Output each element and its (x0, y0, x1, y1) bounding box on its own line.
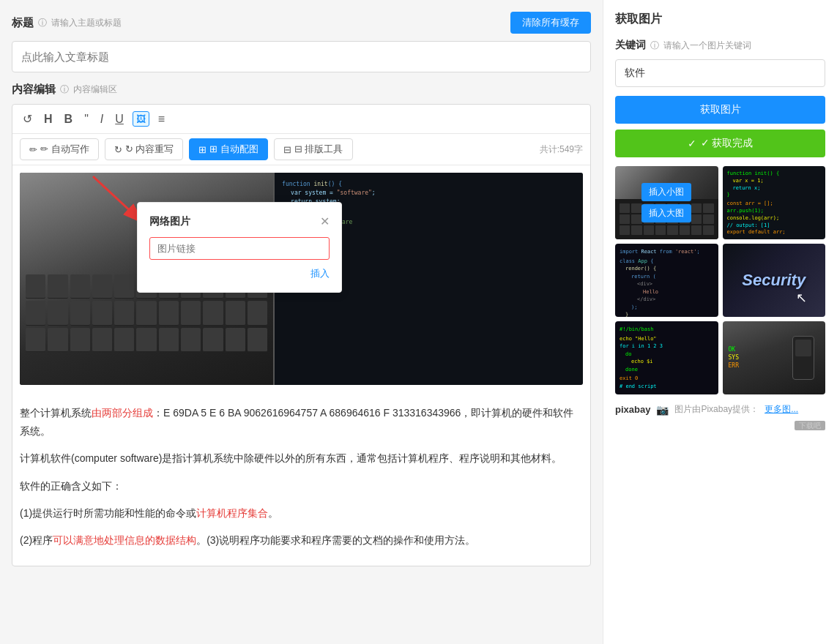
action-row: ✏ ✏ 自动写作 ↻ ↻ 内容重写 ⊞ ⊞ 自动配图 ⊟ ⊟ 排版工具 共计:5… (12, 134, 590, 165)
insert-small-btn-1[interactable]: 插入小图 (641, 183, 691, 201)
content-hint-text: 内容编辑区 (73, 83, 117, 96)
content-hint-icon: ⓘ (60, 83, 69, 96)
source-text: 图片由Pixabay提供： (674, 403, 759, 416)
popup-close-button[interactable]: ✕ (320, 214, 330, 228)
editor-area[interactable]: function init() { var system = "software… (12, 165, 590, 392)
right-panel: 获取图片 关键词 ⓘ 请输入一个图片关键词 获取图片 ✓ ✓ 获取完成 (603, 0, 837, 644)
pixabay-footer: pixabay 📷 图片由Pixabay提供： 更多图... (615, 403, 825, 416)
right-panel-title: 获取图片 (615, 12, 825, 27)
paragraph-2: 计算机软件(computer software)是指计算机系统中除硬件以外的所有… (20, 449, 583, 468)
word-count: 共计:549字 (540, 143, 583, 156)
image-cell-1[interactable]: 插入小图 插入大图 (615, 166, 718, 239)
image-1-overlay: 插入小图 插入大图 (641, 183, 691, 222)
image-cell-6[interactable]: OK SYS ERR (723, 321, 826, 394)
left-panel: 标题 ⓘ 请输入主题或标题 清除所有缓存 内容编辑 ⓘ 内容编辑区 ↺ H B … (0, 0, 603, 644)
layout-icon: ⊟ (283, 144, 291, 155)
keyword-label: 关键词 (615, 39, 646, 52)
more-images-link[interactable]: 更多图... (765, 403, 798, 416)
popup-insert-row: 插入 (149, 267, 330, 280)
image-grid: 插入小图 插入大图 function init() { var x = 1; r… (615, 166, 825, 394)
fetch-images-button[interactable]: 获取图片 (615, 96, 825, 124)
title-section-header: 标题 ⓘ 请输入主题或标题 清除所有缓存 (12, 12, 591, 34)
paragraph-1: 整个计算机系统由两部分组成：E 69DA 5 E 6 BA 9062616964… (20, 404, 583, 441)
highlight-3: 可以满意地处理信息的数据结构 (53, 534, 196, 546)
refresh-icon: ↻ (114, 144, 122, 155)
italic-icon[interactable]: I (97, 111, 106, 127)
quote-icon[interactable]: " (81, 111, 92, 127)
title-hint-icon: ⓘ (38, 17, 47, 29)
auto-write-button[interactable]: ✏ ✏ 自动写作 (20, 138, 99, 160)
camera-icon: 📷 (656, 404, 669, 416)
keyword-hint-icon: ⓘ (650, 40, 659, 52)
check-icon: ✓ (688, 138, 696, 149)
clear-cache-button[interactable]: 清除所有缓存 (510, 12, 591, 34)
title-hint-text: 请输入主题或标题 (51, 17, 122, 29)
insert-large-btn-1[interactable]: 插入大图 (641, 204, 691, 222)
image-cell-2[interactable]: function init() { var x = 1; return x; }… (723, 166, 826, 239)
auto-match-button[interactable]: ⊞ ⊞ 自动配图 (189, 138, 268, 160)
popup-url-input[interactable] (149, 237, 330, 260)
title-input[interactable] (12, 41, 591, 72)
pencil-icon: ✏ (29, 144, 37, 155)
editor-toolbar: ↺ H B " I U 🖼 ≡ (12, 105, 590, 134)
popup-insert-button[interactable]: 插入 (310, 267, 330, 280)
paragraph-3: 软件的正确含义如下： (20, 477, 583, 495)
content-editor-label: 内容编辑 (12, 83, 56, 97)
undo-icon[interactable]: ↺ (20, 111, 35, 127)
content-rewrite-button[interactable]: ↻ ↻ 内容重写 (105, 138, 184, 160)
layout-tool-button[interactable]: ⊟ ⊟ 排版工具 (274, 138, 353, 160)
bold-icon[interactable]: B (62, 111, 76, 127)
main-container: 标题 ⓘ 请输入主题或标题 清除所有缓存 内容编辑 ⓘ 内容编辑区 ↺ H B … (0, 0, 837, 644)
content-section-header: 内容编辑 ⓘ 内容编辑区 (12, 83, 591, 97)
keyword-input[interactable] (615, 59, 825, 87)
security-cursor: ↖ (796, 290, 807, 306)
highlight-2: 计算机程序集合 (196, 507, 268, 519)
popup-header: 网络图片 ✕ (149, 214, 330, 228)
image-url-popup: 网络图片 ✕ 插入 (137, 202, 342, 293)
security-text: Security (742, 271, 806, 290)
fetch-done-button[interactable]: ✓ ✓ 获取完成 (615, 130, 825, 157)
align-icon[interactable]: ≡ (155, 111, 168, 127)
highlight-1: 由两部分组成 (92, 407, 153, 419)
title-label: 标题 (12, 16, 34, 30)
text-content-area: 整个计算机系统由两部分组成：E 69DA 5 E 6 BA 9062616964… (12, 392, 590, 566)
grid-icon: ⊞ (198, 144, 207, 155)
watermark-text: 下载吧 (795, 421, 825, 430)
image-icon[interactable]: 🖼 (133, 111, 149, 127)
heading-icon[interactable]: H (41, 111, 56, 127)
paragraph-4: (1)提供运行时所需功能和性能的命令或计算机程序集合。 (20, 504, 583, 523)
image-cell-5[interactable]: #!/bin/bash echo "Hello" for i in 1 2 3 … (615, 321, 718, 394)
editor-wrapper: ↺ H B " I U 🖼 ≡ ✏ ✏ 自动写作 ↻ ↻ 内容重写 (12, 104, 591, 566)
watermark-area: 下载吧 (615, 419, 825, 431)
image-cell-4[interactable]: Security ↖ (723, 244, 826, 317)
popup-title: 网络图片 (149, 215, 190, 228)
underline-icon[interactable]: U (112, 111, 127, 127)
keyword-hint-text: 请输入一个图片关键词 (663, 40, 751, 52)
paragraph-5: (2)程序可以满意地处理信息的数据结构。(3)说明程序功能要求和程序需要的文档的… (20, 531, 583, 550)
pixabay-logo: pixabay (615, 404, 650, 415)
keyword-label-row: 关键词 ⓘ 请输入一个图片关键词 (615, 39, 825, 52)
image-cell-3[interactable]: import React from 'react'; class App { r… (615, 244, 718, 317)
